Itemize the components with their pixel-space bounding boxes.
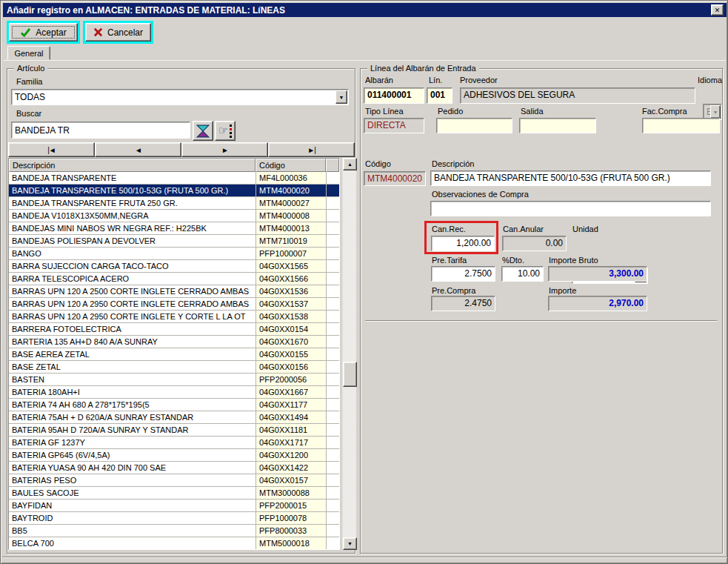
table-row[interactable]: BAULES SACOJE MTM3000088 bbox=[9, 487, 339, 500]
row-description: BATERIA 75AH + D 620A/A SUNRAY ESTANDAR bbox=[9, 411, 256, 423]
table-row[interactable]: BANDEJAS MINI NABOS WR NEGRA REF.: H225B… bbox=[9, 222, 339, 235]
table-row[interactable]: BARRA SUJECCION CARGA TACO-TACO 04G0XX15… bbox=[9, 260, 339, 273]
lin-field[interactable]: 001 bbox=[427, 87, 453, 104]
table-row[interactable]: BATERIA GP645 (6V/4,5A) 04G0XX1200 bbox=[9, 449, 339, 462]
close-icon: ✕ bbox=[715, 7, 721, 14]
table-row[interactable]: BATERIA 95AH D 720A/A SUNRAY Y STANDAR 0… bbox=[9, 424, 339, 437]
table-row[interactable]: BASE ZETAL 04G0XX0156 bbox=[9, 361, 339, 374]
row-description: BANDEJAS POLIESPAN A DEVOLVER bbox=[9, 235, 256, 247]
table-row[interactable]: BARTERIA 135 AH+D 840 A/A SUNRAY 04G0XX1… bbox=[9, 336, 339, 348]
cancel-label: Cancelar bbox=[107, 27, 143, 38]
cancel-button[interactable]: Cancelar bbox=[85, 23, 151, 42]
table-row[interactable]: BANGO PFP1000007 bbox=[9, 248, 339, 260]
table-row[interactable]: BARRAS UPN 120 A 2950 CORTE INGLETE Y CO… bbox=[9, 311, 339, 323]
nav-first-button[interactable]: |◄ bbox=[8, 142, 95, 157]
buscar-label: Buscar bbox=[16, 109, 41, 118]
clear-search-button[interactable] bbox=[193, 121, 213, 141]
row-filler bbox=[326, 411, 339, 423]
table-row[interactable]: BANDEJA TRANSPARENTE 500/10-53G (FRUTA 5… bbox=[9, 185, 339, 197]
row-description: BATERIA GP645 (6V/4,5A) bbox=[9, 449, 256, 461]
table-row[interactable]: BANDEJA V1018X13X50MM,NEGRA MTM4000008 bbox=[9, 210, 339, 222]
tab-general[interactable]: General bbox=[7, 46, 50, 60]
header-code[interactable]: Código bbox=[256, 159, 326, 172]
table-row[interactable]: BAYTROID PFP1000078 bbox=[9, 512, 339, 525]
header-filler bbox=[326, 159, 339, 172]
row-description: BATERIA 74 AH 680 A 278*175*195(5 bbox=[9, 399, 256, 411]
article-table-body: BANDEJA TRANSPARENTE MF4L000036 BANDEJA … bbox=[9, 172, 339, 550]
table-row[interactable]: BARRAS UPN 120 A 2500 CORTE INGLETE CERR… bbox=[9, 285, 339, 298]
table-row[interactable]: BATERIA 180AH+I 04G0XX1667 bbox=[9, 386, 339, 399]
nav-next-button[interactable]: ► bbox=[181, 142, 268, 157]
table-row[interactable]: BATERIAS PESO 04G0XX0157 bbox=[9, 474, 339, 487]
table-row[interactable]: BELCA 700 MTM5000018 bbox=[9, 537, 339, 550]
scroll-up-button[interactable]: ▲ bbox=[343, 158, 357, 170]
descripcion-field[interactable]: BANDEJA TRANSPARENTE 500/10-53G (FRUTA 5… bbox=[430, 170, 711, 186]
table-row[interactable]: BANDEJAS POLIESPAN A DEVOLVER MTM71I0019 bbox=[9, 235, 339, 248]
row-description: BASE AEREA ZETAL bbox=[9, 348, 256, 360]
scroll-down-button[interactable]: ▼ bbox=[343, 537, 357, 550]
accept-button[interactable]: Aceptar bbox=[9, 23, 78, 42]
fac-compra-field[interactable] bbox=[642, 118, 720, 133]
pre-tarifa-field[interactable]: 2.7500 bbox=[431, 266, 495, 282]
pedido-field[interactable] bbox=[436, 118, 512, 133]
table-row[interactable]: BATERIA YUASA 90 AH 420 DIN 700 SAE 04G0… bbox=[9, 462, 339, 474]
albaran-field[interactable]: 011400001 bbox=[364, 87, 424, 104]
can-rec-label: Can.Rec. bbox=[432, 225, 466, 233]
row-filler bbox=[326, 386, 339, 398]
row-description: BATERIA 95AH D 720A/A SUNRAY Y STANDAR bbox=[9, 424, 256, 436]
dto-field[interactable]: 10.00 bbox=[501, 266, 544, 282]
row-description: BARRAS UPN 120 A 2950 CORTE INGLETE CERR… bbox=[9, 298, 256, 310]
row-description: BANDEJAS MINI NABOS WR NEGRA REF.: H225B… bbox=[9, 222, 256, 234]
familia-combobox[interactable]: TODAS ▼ bbox=[11, 89, 349, 105]
row-code: 04G0XX1538 bbox=[256, 311, 326, 322]
table-scrollbar[interactable]: ▲ ▼ bbox=[342, 158, 356, 550]
table-row[interactable]: BATERIA GF 1237Y 04G0XX1717 bbox=[9, 437, 339, 449]
tab-general-label: General bbox=[14, 49, 43, 58]
close-button[interactable]: ✕ bbox=[711, 4, 724, 16]
row-code: MTM4000020 bbox=[256, 185, 326, 196]
importe-bruto-label: Importe Bruto bbox=[549, 256, 598, 265]
tab-panel-edge bbox=[4, 60, 726, 61]
row-filler bbox=[326, 273, 339, 285]
row-filler bbox=[326, 323, 339, 335]
table-row[interactable]: BARRAS UPN 120 A 2950 CORTE INGLETE CERR… bbox=[9, 298, 339, 311]
can-anular-field: 0.00 bbox=[502, 236, 567, 251]
record-navigation: |◄ ◄ ► ►| bbox=[8, 142, 355, 157]
row-code: 04G0XX1537 bbox=[256, 298, 326, 310]
familia-dropdown-arrow-icon[interactable]: ▼ bbox=[335, 90, 347, 104]
codigo-label: Código bbox=[365, 159, 391, 168]
table-row[interactable]: BARRA TELESCOPICA ACERO 04G0XX1566 bbox=[9, 273, 339, 285]
proveedor-field: ADHESIVOS DEL SEGURA bbox=[460, 87, 695, 104]
table-row[interactable]: BATERIA 74 AH 680 A 278*175*195(5 04G0XX… bbox=[9, 399, 339, 411]
scroll-down-icon: ▼ bbox=[347, 541, 353, 546]
table-row[interactable]: BARRERA FOTOELECTRICA 04G0XX0154 bbox=[9, 323, 339, 336]
table-row[interactable]: BANDEJA TRANSPARENTE MF4L000036 bbox=[9, 172, 339, 185]
salida-field[interactable] bbox=[519, 118, 596, 133]
row-filler bbox=[326, 525, 339, 537]
scrollbar-thumb[interactable] bbox=[343, 362, 357, 387]
table-row[interactable]: BASE AEREA ZETAL 04G0XX0155 bbox=[9, 348, 339, 361]
row-description: BAYFIDAN bbox=[9, 500, 256, 511]
row-code: 04G0XX1565 bbox=[256, 260, 326, 272]
row-code: MF4L000036 bbox=[256, 172, 326, 184]
cancel-highlight: Cancelar bbox=[83, 21, 153, 44]
nav-prev-button[interactable]: ◄ bbox=[95, 142, 181, 157]
table-row[interactable]: BAYFIDAN PFP2000015 bbox=[9, 500, 339, 512]
table-row[interactable]: BATERIA 75AH + D 620A/A SUNRAY ESTANDAR … bbox=[9, 411, 339, 424]
select-item-button[interactable]: ☞ bbox=[215, 121, 236, 141]
dialog-bottom-edge bbox=[2, 557, 727, 558]
familia-value: TODAS bbox=[15, 92, 45, 102]
table-row[interactable]: BASTEN PFP2000056 bbox=[9, 374, 339, 386]
buscar-input[interactable] bbox=[11, 122, 190, 139]
row-filler bbox=[326, 210, 339, 222]
table-row[interactable]: BANDEJA TRANSPARENTE FRUTA 250 GR. MTM40… bbox=[9, 197, 339, 210]
can-rec-field[interactable]: 1,200.00 bbox=[431, 236, 495, 251]
row-code: MTM4000027 bbox=[256, 197, 326, 209]
row-filler bbox=[326, 172, 339, 184]
header-description[interactable]: Descripción bbox=[9, 159, 256, 172]
table-row[interactable]: BB5 PFP8000033 bbox=[9, 525, 339, 537]
row-filler bbox=[326, 298, 339, 310]
article-table-header: Descripción Código bbox=[9, 159, 339, 172]
nav-last-button[interactable]: ►| bbox=[268, 142, 355, 157]
observaciones-field[interactable] bbox=[430, 201, 711, 216]
